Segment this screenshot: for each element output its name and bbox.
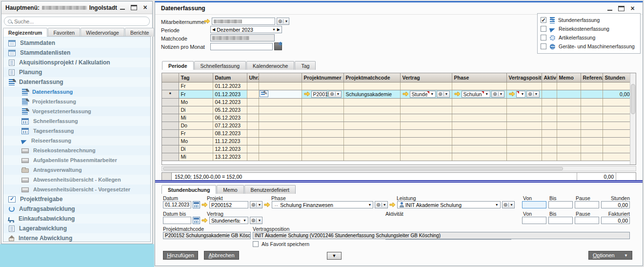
table-row[interactable]: Mi 06.12.2023 ⊜▼ xyxy=(162,114,630,122)
cell-vertrag[interactable]: ▼ ⊜▼ xyxy=(400,145,452,153)
calendar-icon[interactable] xyxy=(193,201,200,208)
cell-tag[interactable]: Mi xyxy=(179,114,213,122)
next-month-icon[interactable]: ▶ xyxy=(277,27,280,32)
cell-vertragsposition[interactable]: INIT Akade▼ ⊜▼ xyxy=(506,90,542,98)
cell-vertragsposition[interactable]: ▼ ⊜▼ xyxy=(506,122,542,129)
sidebar-item[interactable]: Antragsverwaltung xyxy=(3,165,150,175)
maximize-icon[interactable] xyxy=(618,6,624,11)
column-header[interactable]: Aktivität xyxy=(542,73,557,82)
cell-referenz[interactable] xyxy=(581,82,603,90)
column-header[interactable]: Uhrzeit xyxy=(247,73,259,82)
sidebar-tab[interactable]: Berichte xyxy=(125,28,155,37)
cell-phase[interactable]: ▼ ⊜▼ xyxy=(452,122,506,129)
row-selector-cell[interactable] xyxy=(162,145,179,153)
cell-uhrzeit[interactable] xyxy=(247,122,259,129)
cell-vertrag[interactable]: ▼ ⊜▼ xyxy=(400,129,452,137)
cell-memo[interactable] xyxy=(557,153,581,161)
grid-tab[interactable]: Schnellerfassung xyxy=(194,61,246,70)
notizen-expand-button[interactable]: ✻ xyxy=(274,42,282,50)
cell-datum[interactable]: 06.12.2023 xyxy=(213,114,247,122)
cell-projektmatchcode[interactable] xyxy=(343,122,400,129)
cell-datum[interactable]: 04.12.2023 xyxy=(213,98,247,106)
leistung-combo[interactable]: INIT Akademie Schulung▼ xyxy=(397,201,501,208)
cell-vertragsposition[interactable]: ▼ ⊜▼ xyxy=(506,137,542,145)
cell-memo[interactable] xyxy=(557,90,581,98)
cell-stunden[interactable]: 0,00 xyxy=(603,90,630,98)
column-header[interactable]: Stunden xyxy=(603,73,630,82)
cell-projektnummer[interactable]: ⊜▼ xyxy=(302,153,343,161)
row-selector-cell[interactable] xyxy=(162,129,179,137)
grid-tab[interactable]: Kalenderwoche xyxy=(246,61,294,70)
module-checkbox[interactable]: ✓ xyxy=(541,43,546,49)
cell-stunden[interactable] xyxy=(603,122,630,129)
cell-aktivitaet[interactable] xyxy=(542,129,557,137)
cell-memo[interactable] xyxy=(557,98,581,106)
cell-tag[interactable]: Fr xyxy=(179,82,213,90)
cell-vertrag[interactable]: Stundenerfa▼ ⊜▼ xyxy=(400,90,452,98)
fakturiert-input[interactable] xyxy=(601,217,630,224)
booking-tab[interactable]: Stundenbuchung xyxy=(161,185,216,194)
search-input[interactable] xyxy=(14,19,146,24)
cell-projektmatchcode[interactable] xyxy=(343,98,400,106)
link-arrow-icon[interactable] xyxy=(201,202,208,207)
grid-tab[interactable]: Periode xyxy=(162,61,194,70)
row-selector-cell[interactable]: * xyxy=(162,90,179,98)
cell-projektnummer[interactable]: ⊜▼ xyxy=(302,114,343,122)
cell-phase[interactable]: ▼ ⊜▼ xyxy=(452,129,506,137)
phase-combo[interactable]: ↔Schulung Finanzwesen▼ xyxy=(272,201,373,208)
booking-tab[interactable]: Benutzerdefiniert xyxy=(244,185,296,194)
cell-aktivitaet[interactable] xyxy=(542,82,557,90)
stunden-input[interactable] xyxy=(601,201,630,208)
cell-aktivitaet[interactable] xyxy=(542,114,557,122)
cell-tag[interactable]: Fr xyxy=(179,90,213,98)
periode-selector[interactable]: ◀ Dezember 2023 ▼ ▶ xyxy=(210,26,282,33)
cell-referenz[interactable] xyxy=(581,129,603,137)
cell-memo[interactable] xyxy=(557,106,581,114)
cell-phase[interactable]: Schulung Fi▼ ⊜▼ xyxy=(452,90,506,98)
cell-projektmatchcode[interactable] xyxy=(343,114,400,122)
sidebar-item[interactable]: Projektfreigabe xyxy=(3,194,150,204)
module-checkbox[interactable]: ✓ xyxy=(541,26,546,32)
cell-aktivitaet[interactable] xyxy=(542,153,557,161)
cell-datum[interactable]: 13.12.2023 xyxy=(213,153,247,161)
cell-vertragsposition[interactable]: ▼ ⊜▼ xyxy=(506,98,542,106)
cell-referenz[interactable] xyxy=(581,114,603,122)
choose-from-list-button[interactable]: ⊜▼ xyxy=(526,91,539,98)
cell-vertragsposition[interactable]: ▼ ⊜▼ xyxy=(506,114,542,122)
cell-projektnummer[interactable]: ⊜▼ xyxy=(302,129,343,137)
close-icon[interactable]: × xyxy=(142,5,148,10)
sidebar-item[interactable]: Abwesenheitsübersicht - Kollegen xyxy=(3,175,150,185)
cell-uhrzeit[interactable] xyxy=(247,90,259,98)
vertical-scrollbar[interactable] xyxy=(630,73,636,164)
module-checkbox[interactable]: ✓ xyxy=(541,35,546,41)
cell-referenz[interactable] xyxy=(581,137,603,145)
link-arrow-icon[interactable] xyxy=(204,19,210,24)
maximize-icon[interactable] xyxy=(131,5,137,10)
booking-tab[interactable]: Memo xyxy=(217,185,243,194)
cell-referenz[interactable] xyxy=(581,122,603,129)
cell-stunden[interactable] xyxy=(603,129,630,137)
sidebar-item[interactable]: Einkaufsabwicklung xyxy=(3,214,150,224)
cell-projektnummer[interactable]: ⊜▼ xyxy=(302,82,343,90)
cell-phase[interactable]: ▼ ⊜▼ xyxy=(452,153,506,161)
cell-referenz[interactable] xyxy=(581,145,603,153)
optionen-button[interactable]: Optionen▼ xyxy=(588,251,632,260)
cell-stunden[interactable] xyxy=(603,106,630,114)
cell-tag[interactable]: Di xyxy=(179,106,213,114)
cell-uhrzeit[interactable] xyxy=(247,129,259,137)
cell-projektmatchcode[interactable]: Schulungsakademie xyxy=(343,90,400,98)
cell-referenz[interactable] xyxy=(581,106,603,114)
column-header[interactable]: Projektnummer xyxy=(302,73,343,82)
sidebar-item[interactable]: Interne Abwicklung xyxy=(3,233,150,242)
column-header[interactable]: Projektmatchcode xyxy=(343,73,400,82)
choose-from-list-button[interactable]: ⊜▼ xyxy=(250,217,262,224)
cell-vertrag[interactable]: ▼ ⊜▼ xyxy=(400,82,452,90)
cell-vertragsposition[interactable]: ▼ ⊜▼ xyxy=(506,153,542,161)
datum-bis-input[interactable] xyxy=(163,217,191,224)
von-input[interactable] xyxy=(522,201,546,208)
choose-from-list-button[interactable]: ⊜▼ xyxy=(491,91,504,98)
sidebar-item[interactable]: Auftragsabwicklung xyxy=(3,204,150,214)
cell-projektnummer[interactable]: ⊜▼ xyxy=(302,145,343,153)
cell-projektmatchcode[interactable] xyxy=(343,106,400,114)
vertrag-combo[interactable]: Stundenerfass▼ xyxy=(209,217,248,224)
